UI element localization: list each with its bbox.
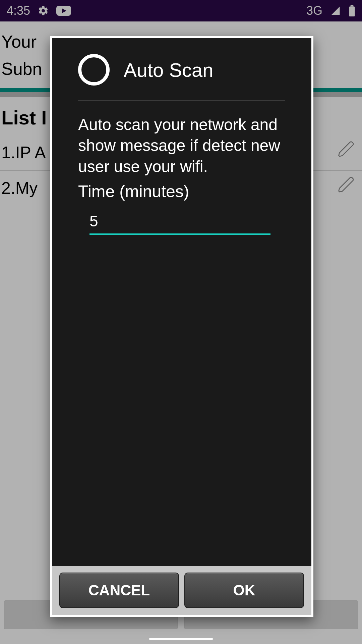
cancel-button-label: CANCEL [88, 582, 150, 599]
dialog-body: Auto Scan Auto scan your network and sho… [50, 36, 313, 566]
dialog-divider [78, 100, 285, 101]
circle-outline-icon [78, 54, 110, 86]
auto-scan-dialog: Auto Scan Auto scan your network and sho… [50, 36, 313, 617]
time-input-wrap [78, 212, 285, 235]
dialog-description: Auto scan your network and show message … [78, 114, 285, 177]
cancel-button[interactable]: CANCEL [59, 573, 179, 608]
home-indicator[interactable] [149, 638, 213, 640]
dialog-button-bar: CANCEL OK [50, 566, 313, 617]
dialog-title-row: Auto Scan [78, 48, 285, 100]
dialog-title: Auto Scan [124, 59, 214, 81]
time-label: Time (minutes) [78, 182, 285, 201]
ok-button-label: OK [233, 582, 255, 599]
time-input[interactable] [89, 212, 270, 235]
ok-button[interactable]: OK [184, 573, 304, 608]
